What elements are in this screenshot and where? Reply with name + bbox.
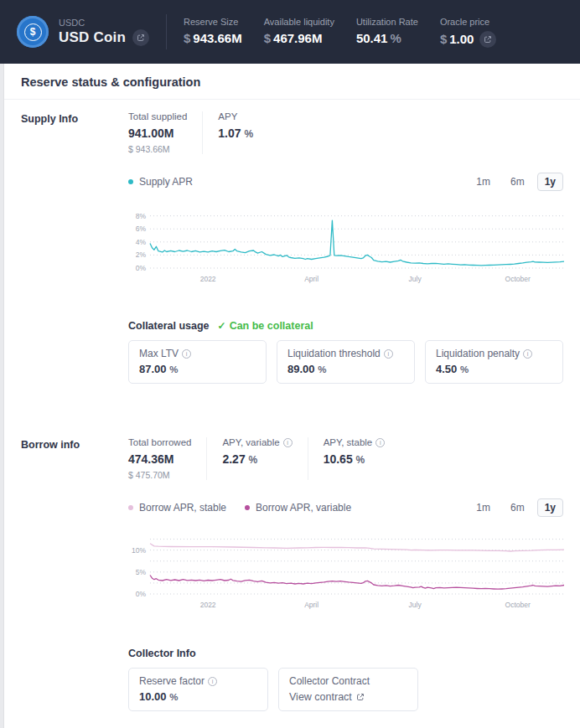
info-icon[interactable]: i [375, 438, 385, 447]
supply-section-label: Supply Info [21, 111, 128, 384]
svg-text:July: July [409, 275, 422, 283]
stat-label: APY, variable [222, 437, 279, 447]
collateral-usage-title: Collateral usage [128, 320, 210, 332]
svg-text:10%: 10% [132, 546, 146, 555]
stat-value: 943.66M [193, 31, 241, 45]
asset-external-link-button[interactable] [132, 29, 149, 46]
svg-text:5%: 5% [136, 568, 147, 576]
link-label: View contract [289, 691, 352, 703]
legend-borrow-apr-variable: Borrow APR, variable [245, 502, 351, 514]
stat-label: Total supplied [128, 111, 187, 121]
collateral-status-text: Can be collateral [230, 320, 313, 332]
timeframe-6m-button[interactable]: 6m [503, 498, 532, 517]
info-icon[interactable]: i [283, 438, 293, 447]
asset-symbol: USDC [59, 18, 149, 28]
stat-value: 1.07 [218, 126, 241, 140]
timeframe-1y-button[interactable]: 1y [537, 173, 563, 191]
legend-borrow-apr-stable: Borrow APR, stable [128, 502, 226, 514]
check-icon: ✓ [218, 320, 226, 332]
svg-text:October: October [505, 601, 531, 609]
borrow-variable-dot-icon [245, 505, 250, 510]
percent-suffix: % [244, 128, 253, 140]
svg-text:October: October [505, 275, 531, 283]
svg-text:2022: 2022 [200, 601, 216, 609]
supply-apr-dot-icon [128, 179, 133, 184]
stat-label: Oracle price [440, 17, 497, 27]
percent-suffix: % [169, 692, 178, 702]
stat-value: 467.96M [273, 31, 322, 45]
box-value: 4.50 [436, 363, 457, 375]
stat-label: Utilization Rate [356, 17, 418, 27]
page-title: Reserve status & configuration [4, 64, 580, 100]
reserve-card: Reserve status & configuration Supply In… [3, 64, 580, 728]
info-icon[interactable]: i [182, 349, 191, 359]
stat-usd-sub: $ 475.70M [128, 470, 191, 480]
box-value: 10.00 [139, 690, 167, 703]
dollar-glyph: $ [24, 23, 42, 41]
stat-value: 474.36M [128, 452, 191, 466]
timeframe-1m-button[interactable]: 1m [469, 498, 498, 517]
timeframe-1y-button[interactable]: 1y [537, 498, 563, 517]
oracle-external-link-button[interactable] [479, 31, 496, 48]
stat-label: APY [218, 111, 253, 121]
stat-available-liquidity: Available liquidity $467.96M [264, 17, 334, 48]
asset-name: USD Coin [59, 29, 126, 46]
reserve-header: $ USDC USD Coin Reserve Size $943.66M Av… [0, 0, 580, 64]
timeframe-1m-button[interactable]: 1m [469, 173, 498, 191]
collateral-status-badge: ✓ Can be collateral [218, 320, 313, 332]
supply-timeframe-selector: 1m 6m 1y [469, 173, 563, 191]
info-icon[interactable]: i [523, 349, 532, 359]
svg-text:2%: 2% [136, 250, 147, 259]
supply-apy-stat: APY 1.07 % [218, 111, 268, 154]
usdc-coin-icon: $ [17, 16, 49, 48]
svg-text:4%: 4% [136, 238, 147, 246]
view-contract-link[interactable]: View contract [289, 691, 407, 703]
box-label: Collector Contract [289, 675, 370, 687]
stat-value: 2.27 [222, 452, 245, 466]
info-icon[interactable]: i [384, 349, 393, 359]
box-label: Liquidation threshold [287, 348, 381, 359]
stat-label: Total borrowed [128, 437, 191, 447]
svg-text:6%: 6% [136, 225, 147, 233]
svg-text:April: April [304, 275, 318, 283]
percent-suffix: % [390, 31, 401, 45]
stat-usd-sub: $ 943.66M [128, 144, 187, 154]
stat-utilization-rate: Utilization Rate 50.41% [356, 17, 418, 48]
supply-apr-chart[interactable]: 0%2%4%6%8%2022AprilJulyOctober [128, 208, 563, 287]
borrow-timeframe-selector: 1m 6m 1y [469, 498, 563, 517]
svg-text:2022: 2022 [200, 275, 216, 283]
legend-label: Supply APR [139, 176, 193, 188]
svg-text:0%: 0% [136, 264, 147, 272]
timeframe-6m-button[interactable]: 6m [503, 173, 532, 191]
box-label: Max LTV [139, 348, 179, 359]
box-label: Liquidation penalty [436, 348, 520, 359]
info-icon[interactable]: i [208, 677, 217, 686]
coin-block: $ USDC USD Coin [17, 16, 149, 48]
stat-label: Available liquidity [264, 17, 334, 27]
stat-value: 941.00M [128, 126, 187, 140]
stat-label: Reserve Size [184, 17, 242, 27]
svg-text:0%: 0% [136, 590, 147, 598]
stat-value: 50.41 [356, 31, 388, 45]
borrow-section-label: Borrow info [21, 437, 128, 711]
stat-label: APY, stable [324, 437, 373, 447]
borrow-stable-dot-icon [128, 505, 133, 510]
header-divider [166, 14, 167, 49]
collector-contract-box: Collector Contract View contract [278, 668, 418, 711]
borrow-apy-stable-stat: APY, stablei 10.65 % [324, 437, 401, 480]
max-ltv-box: Max LTVi 87.00 % [128, 340, 267, 384]
liquidation-penalty-box: Liquidation penaltyi 4.50 % [425, 340, 563, 384]
stat-oracle-price: Oracle price $1.00 [440, 17, 497, 48]
borrow-apy-variable-stat: APY, variablei 2.27 % [222, 437, 308, 480]
percent-suffix: % [249, 454, 258, 466]
total-borrowed-stat: Total borrowed 474.36M $ 475.70M [128, 437, 207, 480]
box-label: Reserve factor [139, 675, 205, 687]
percent-suffix: % [460, 364, 469, 374]
percent-suffix: % [318, 364, 326, 374]
borrow-apr-chart[interactable]: 0%5%10%2022AprilJulyOctober [128, 534, 563, 612]
stat-value: 1.00 [449, 32, 474, 46]
svg-text:8%: 8% [136, 212, 147, 220]
legend-label: Borrow APR, variable [256, 502, 351, 514]
percent-suffix: % [356, 454, 365, 466]
legend-supply-apr: Supply APR [128, 176, 193, 188]
